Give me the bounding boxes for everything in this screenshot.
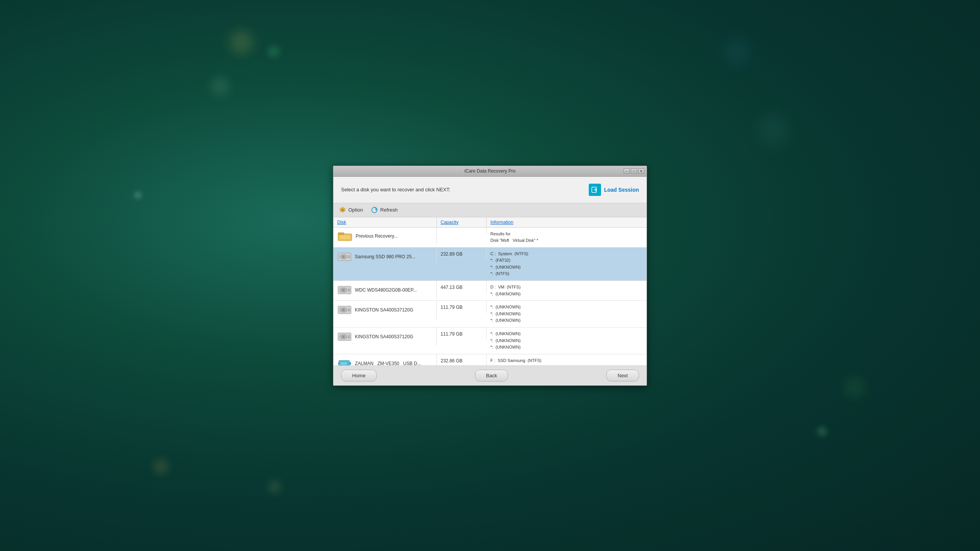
capacity-cell: 232.89 GB	[437, 248, 487, 260]
svg-rect-21	[348, 310, 350, 311]
table-row[interactable]: KINGSTON SA400S37120G 111.79 GB *: (UNKN…	[333, 328, 647, 354]
option-label: Option	[348, 207, 363, 213]
back-button[interactable]: Back	[475, 370, 508, 381]
svg-point-19	[343, 310, 344, 311]
refresh-button[interactable]: Refresh	[371, 206, 398, 214]
capacity-cell	[437, 228, 487, 235]
svg-rect-9	[348, 257, 350, 258]
refresh-label: Refresh	[380, 207, 398, 213]
svg-point-13	[343, 290, 344, 291]
main-window: iCare Data Recovery Pro ─ □ ✕ Select a d…	[333, 166, 647, 386]
disk-name: KINGSTON SA400S37120G	[355, 334, 413, 339]
hdd-icon	[337, 251, 352, 263]
table-row[interactable]: Previous Recovery... Results forDisk "Ms…	[333, 228, 647, 248]
info-cell: F : SSD Samsung (NTFS) *: (UNKNOWN)	[487, 354, 647, 365]
gear-icon	[339, 206, 346, 214]
next-button[interactable]: Next	[606, 370, 639, 381]
footer: Home Back Next	[333, 365, 647, 385]
title-bar: iCare Data Recovery Pro ─ □ ✕	[333, 166, 647, 177]
info-cell: Results forDisk "Msft Virtual Disk" *	[487, 228, 647, 247]
hdd-icon	[337, 304, 352, 316]
table-row[interactable]: ZALMAN ZM-VE350 USB D... 232.86 GB F : S…	[333, 354, 647, 365]
header-section: Select a disk you want to recover and cl…	[333, 177, 647, 203]
hdd-icon	[337, 331, 352, 343]
info-cell: *: (UNKNOWN) *: (UNKNOWN) *: (UNKNOWN)	[487, 328, 647, 354]
disk-cell: Samsung SSD 980 PRO 25...	[333, 248, 437, 266]
svg-rect-31	[338, 363, 339, 364]
refresh-icon	[371, 206, 378, 214]
disk-table: Disk Capacity Information Previous Recov…	[333, 217, 647, 365]
table-row[interactable]: WDC WDS480G2G0B-00EP... 447.13 GB D : VM…	[333, 281, 647, 301]
svg-rect-26	[348, 336, 350, 336]
svg-point-7	[343, 256, 344, 257]
table-header: Disk Capacity Information	[333, 217, 647, 228]
load-session-button[interactable]: Load Session	[589, 184, 639, 196]
info-cell: D : VM (NTFS) *: (UNKNOWN)	[487, 281, 647, 300]
svg-rect-14	[348, 289, 350, 290]
disk-name: ZALMAN ZM-VE350 USB D...	[355, 361, 421, 365]
col-capacity[interactable]: Capacity	[437, 217, 487, 227]
home-button[interactable]: Home	[341, 370, 377, 381]
info-cell: *: (UNKNOWN) *: (UNKNOWN) *: (UNKNOWN)	[487, 301, 647, 327]
info-cell: C : System (NTFS) *: (FAT32) *: (UNKNOWN…	[487, 248, 647, 280]
table-row[interactable]: Samsung SSD 980 PRO 25... 232.89 GB C : …	[333, 248, 647, 281]
svg-rect-27	[348, 337, 350, 338]
table-row[interactable]: KINGSTON SA400S37120G 111.79 GB *: (UNKN…	[333, 301, 647, 328]
svg-rect-8	[348, 256, 350, 256]
minimize-button[interactable]: ─	[624, 168, 630, 174]
disk-cell: ZALMAN ZM-VE350 USB D...	[333, 354, 437, 365]
svg-rect-30	[350, 362, 351, 365]
restore-button[interactable]: □	[631, 168, 637, 174]
svg-point-25	[343, 336, 344, 337]
svg-rect-20	[348, 309, 350, 310]
disk-name: WDC WDS480G2G0B-00EP...	[355, 287, 417, 293]
svg-rect-3	[339, 235, 351, 240]
svg-rect-15	[348, 290, 350, 291]
usb-icon	[337, 357, 352, 365]
hdd-icon	[337, 284, 352, 296]
folder-icon	[337, 231, 353, 241]
table-body[interactable]: Previous Recovery... Results forDisk "Ms…	[333, 228, 647, 365]
capacity-cell: 111.79 GB	[437, 328, 487, 340]
window-title: iCare Data Recovery Pro	[464, 168, 515, 174]
capacity-cell: 232.86 GB	[437, 354, 487, 365]
col-disk[interactable]: Disk	[333, 217, 437, 227]
toolbar: Option Refresh	[333, 203, 647, 217]
disk-name: Samsung SSD 980 PRO 25...	[355, 254, 415, 259]
disk-name: KINGSTON SA400S37120G	[355, 307, 413, 313]
window-controls: ─ □ ✕	[624, 168, 644, 174]
svg-rect-2	[338, 233, 344, 235]
disk-cell: KINGSTON SA400S37120G	[333, 328, 437, 346]
load-session-icon	[589, 184, 601, 196]
disk-cell: WDC WDS480G2G0B-00EP...	[333, 281, 437, 299]
capacity-cell: 111.79 GB	[437, 301, 487, 313]
close-button[interactable]: ✕	[638, 168, 644, 174]
disk-cell: Previous Recovery...	[333, 228, 437, 245]
option-button[interactable]: Option	[339, 206, 363, 214]
load-session-label: Load Session	[604, 187, 639, 193]
disk-name: Previous Recovery...	[356, 233, 398, 239]
disk-cell: KINGSTON SA400S37120G	[333, 301, 437, 319]
svg-rect-29	[340, 362, 347, 365]
instruction-text: Select a disk you want to recover and cl…	[341, 187, 450, 192]
capacity-cell: 447.13 GB	[437, 281, 487, 293]
col-information[interactable]: Information	[487, 217, 647, 227]
